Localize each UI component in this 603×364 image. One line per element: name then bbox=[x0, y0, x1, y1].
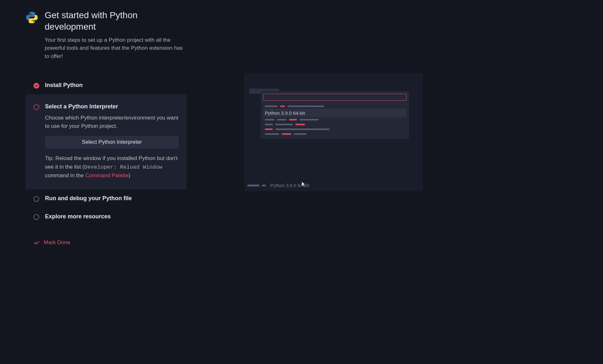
step-explore-resources[interactable]: Explore more resources bbox=[26, 207, 187, 226]
command-palette-link[interactable]: Command Palette bbox=[85, 172, 129, 178]
header: Get started with Python development Your… bbox=[26, 10, 187, 60]
preview-selected-row: Python 3.9.0 64-bit bbox=[263, 109, 406, 117]
svg-point-1 bbox=[34, 105, 39, 110]
preview-bar bbox=[265, 106, 278, 107]
mark-done-label: Mark Done bbox=[44, 239, 70, 246]
preview-row bbox=[263, 132, 406, 136]
select-python-interpreter-button[interactable]: Select Python Interpreter bbox=[45, 136, 179, 149]
preview-bar bbox=[287, 106, 324, 107]
page-subtitle: Your first steps to set up a Python proj… bbox=[45, 36, 187, 61]
preview-bar bbox=[300, 119, 319, 120]
preview-bar bbox=[262, 185, 266, 186]
step-explore-title: Explore more resources bbox=[45, 213, 179, 220]
check-circle-icon bbox=[34, 83, 39, 89]
left-panel: Get started with Python development Your… bbox=[26, 10, 187, 251]
preview-bar bbox=[280, 106, 285, 107]
preview-statusbar: Python 3.9.0 64-bit bbox=[247, 183, 309, 188]
step-run-debug[interactable]: Run and debug your Python file bbox=[26, 189, 187, 207]
preview-bar bbox=[289, 119, 297, 120]
preview-row bbox=[263, 117, 406, 122]
svg-point-3 bbox=[34, 215, 39, 220]
step-selectinterp-tip: Tip: Reload the window if you installed … bbox=[45, 154, 179, 180]
step-install-title: Install Python bbox=[45, 82, 179, 89]
preview-bar bbox=[265, 119, 274, 120]
preview-row bbox=[263, 104, 406, 109]
tip-code: Developer: Reload Window bbox=[84, 164, 162, 170]
preview-bar bbox=[247, 185, 259, 186]
preview-bar bbox=[275, 128, 330, 130]
mark-done-button[interactable]: Mark Done bbox=[26, 234, 187, 251]
tip-mid: command in the bbox=[45, 172, 85, 178]
circle-outline-icon bbox=[34, 104, 39, 110]
preview-window: Python 3.9.0 64-bit bbox=[244, 73, 423, 191]
step-selectinterp-title: Select a Python Interpreter bbox=[45, 103, 179, 110]
preview-bar bbox=[282, 133, 291, 135]
preview-bar bbox=[265, 124, 273, 125]
preview-selected-text: Python 3.9.0 64-bit bbox=[265, 110, 305, 116]
right-panel: Python 3.9.0 64-bit bbox=[244, 73, 423, 251]
preview-row bbox=[263, 122, 406, 127]
preview-search-input bbox=[263, 94, 406, 101]
circle-outline-icon bbox=[34, 214, 39, 220]
step-selectinterp-description: Choose which Python interpreter/environm… bbox=[45, 114, 179, 130]
preview-row bbox=[263, 127, 406, 132]
preview-bar bbox=[294, 133, 307, 135]
step-rundebug-title: Run and debug your Python file bbox=[45, 195, 179, 202]
check-all-icon bbox=[34, 240, 39, 245]
step-install-python[interactable]: Install Python bbox=[26, 76, 187, 94]
preview-bar bbox=[265, 133, 279, 135]
walkthrough-container: Get started with Python development Your… bbox=[0, 0, 603, 261]
python-logo-icon bbox=[26, 11, 38, 24]
step-select-interpreter[interactable]: Select a Python Interpreter Choose which… bbox=[26, 94, 187, 189]
tip-suffix: ) bbox=[129, 172, 130, 178]
circle-outline-icon bbox=[34, 196, 39, 202]
svg-point-2 bbox=[34, 196, 39, 201]
cursor-icon bbox=[302, 181, 306, 188]
preview-bar bbox=[277, 119, 287, 120]
page-title: Get started with Python development bbox=[45, 10, 187, 33]
header-text: Get started with Python development Your… bbox=[45, 10, 187, 60]
preview-dropdown: Python 3.9.0 64-bit bbox=[261, 91, 409, 139]
preview-bar bbox=[295, 124, 305, 125]
preview-bar bbox=[265, 128, 273, 130]
preview-bar bbox=[275, 124, 293, 125]
